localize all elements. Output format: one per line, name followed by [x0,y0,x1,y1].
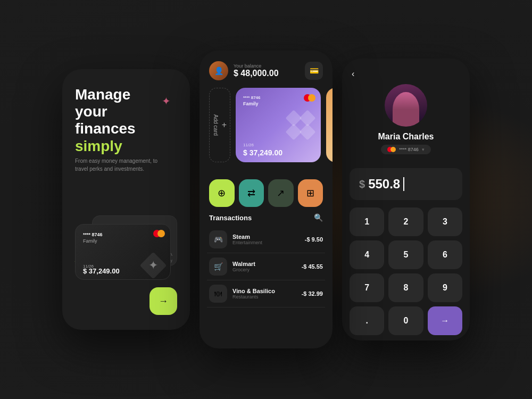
numpad-6[interactable]: 6 [428,240,462,269]
add-action-button[interactable]: ⊕ [209,179,235,207]
star-icon: ✦ [144,256,163,275]
phone-3: ‹ Maria Charles **** 8746 ▾ $ 550.8 1 2 … [342,59,470,340]
mc-badge-logo [387,147,396,152]
avatar-face [385,84,427,127]
numpad-3[interactable]: 3 [428,207,462,236]
card-salary: **** 47 Salary 08/24 $ 5,3 [326,88,332,162]
card-stack: **** 2448 VISA Salary **** 8746 Family 1… [75,184,177,315]
restaurant-icon: 🍽 [209,285,227,303]
steam-icon: 🎮 [209,230,227,248]
mastercard-logo [153,230,165,237]
add-card-button[interactable]: + Add card [209,88,230,162]
numpad-7[interactable]: 7 [350,273,384,302]
diamond-pattern-1 [288,112,313,138]
phone1-subtitle: From easy money management, to travel pe… [75,157,160,173]
table-row: 🍽 Vino & Basilico Restaurants -$ 32.99 [207,280,325,307]
numpad-5[interactable]: 5 [388,240,423,269]
card-carousel: + Add card **** 8746 Family 11/26 $ 37,2… [200,88,332,173]
grid-button[interactable]: ⊞ [298,179,323,207]
badge-dropdown-icon: ▾ [422,147,425,152]
wallet-button[interactable]: 💳 [305,62,323,80]
balance-info: Your balance $ 48,000.00 [234,63,305,78]
table-row: 🎮 Steam Entertainment -$ 9.50 [207,226,325,253]
amount-value: 550.8 [368,177,400,192]
walmart-icon: 🛒 [209,257,227,276]
phone-1: ✦ ✦ Manage your finances simply From eas… [62,69,190,330]
sparkle-icon-1: ✦ [162,95,171,107]
transactions-header: Transactions 🔍 [200,213,332,226]
card-badge: **** 8746 ▾ [381,145,431,154]
phone3-header: ‹ [342,59,470,84]
tx-cat-restaurant: Restaurants [232,294,296,300]
badge-card-number: **** 8746 [399,147,419,152]
balance-amount: $ 48,000.00 [234,69,305,78]
main-card: **** 8746 Family 11/26 $ 37,249.00 ✦ [75,224,171,280]
tx-amount-steam: -$ 9.50 [305,236,323,243]
numpad-dot[interactable]: . [350,306,384,335]
walmart-info: Walmart Grocery [232,261,296,272]
tx-name-steam: Steam [232,234,300,240]
steam-info: Steam Entertainment [232,234,300,245]
numpad-4[interactable]: 4 [350,240,384,269]
restaurant-info: Vino & Basilico Restaurants [232,288,296,300]
numpad-send-button[interactable]: → [428,306,462,335]
numpad-0[interactable]: 0 [388,306,423,335]
user-name: Maria Charles [378,132,434,142]
tx-amount-restaurant: -$ 32.99 [302,290,323,297]
card-amount: $ 37,249.00 [83,267,120,275]
card-family: **** 8746 Family 11/26 $ 37,249.00 [236,88,321,162]
card1-number: **** 8746 [243,95,313,100]
add-card-label: Add card [213,114,219,136]
dollar-sign: $ [359,178,365,190]
numpad-8[interactable]: 8 [388,273,423,302]
analytics-button[interactable]: ↗ [268,179,294,207]
card1-label: Family [243,101,313,106]
numpad-2[interactable]: 2 [388,207,423,236]
phone-2: 👤 Your balance $ 48,000.00 💳 + Add card … [200,51,332,348]
text-cursor [403,177,404,191]
table-row: 🛒 Walmart Grocery -$ 45.55 [207,253,325,280]
user-profile: Maria Charles **** 8746 ▾ [342,84,470,163]
profile-avatar [385,84,427,127]
avatar-silhouette [393,92,419,127]
mc-orange-1 [308,94,315,102]
tx-cat-steam: Entertainment [232,240,300,245]
search-icon[interactable]: 🔍 [314,213,323,222]
user-avatar: 👤 [209,61,228,80]
tx-amount-walmart: -$ 45.55 [302,263,323,270]
numpad-1[interactable]: 1 [350,207,384,236]
numpad: 1 2 3 4 5 6 7 8 9 . 0 → [342,205,470,340]
card-number: **** 8746 [83,232,163,237]
balance-label: Your balance [234,63,305,69]
tx-name-walmart: Walmart [232,261,296,267]
numpad-9[interactable]: 9 [428,273,462,302]
add-icon: + [222,120,227,130]
card1-date: 11/26 [243,143,254,147]
phone2-header: 👤 Your balance $ 48,000.00 💳 [200,51,332,80]
go-button[interactable]: → [149,287,177,315]
transactions-list: 🎮 Steam Entertainment -$ 9.50 🛒 Walmart … [200,226,332,348]
action-buttons: ⊕ ⇄ ↗ ⊞ [200,173,332,213]
mc-logo-card1 [304,94,315,102]
transfer-button[interactable]: ⇄ [239,179,264,207]
card1-amount: $ 37,249.00 [243,148,282,157]
back-button[interactable]: ‹ [352,69,354,79]
mc-orange-circle [157,230,165,237]
card-label: Family [83,238,163,244]
amount-display: $ 550.8 [350,168,462,200]
diamond-shape: ✦ [140,252,167,279]
tx-name-restaurant: Vino & Basilico [232,288,296,294]
transactions-title: Transactions [209,214,252,222]
tx-cat-walmart: Grocery [232,267,296,272]
